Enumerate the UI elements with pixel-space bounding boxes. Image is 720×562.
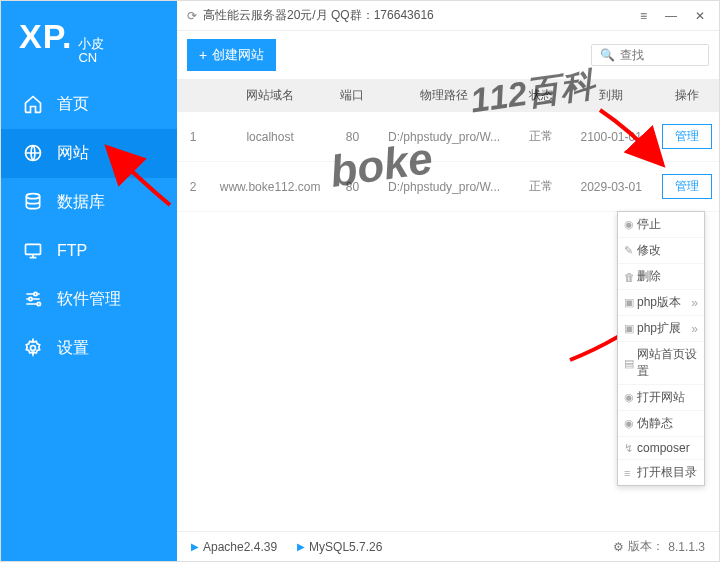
php-icon: ▣	[624, 296, 634, 309]
ctx-stop[interactable]: ◉停止	[618, 212, 704, 238]
search-box[interactable]: 🔍	[591, 44, 709, 66]
composer-icon: ↯	[624, 442, 634, 455]
statusbar: ▶Apache2.4.39 ▶MySQL5.7.26 ⚙ 版本：8.1.1.3	[177, 531, 719, 561]
play-icon: ▶	[191, 541, 199, 552]
database-icon	[23, 192, 43, 212]
gear-icon: ⚙	[613, 540, 624, 554]
gear-icon	[23, 338, 43, 358]
cell-idx: 2	[177, 162, 209, 212]
sidebar-item-ftp[interactable]: FTP	[1, 227, 177, 275]
stop-icon: ◉	[624, 218, 634, 231]
col-status: 状态	[514, 79, 568, 112]
ctx-opensite[interactable]: ◉打开网站	[618, 385, 704, 411]
logo-suffix: 小皮 CN	[78, 37, 104, 66]
table-row[interactable]: 1 localhost 80 D:/phpstudy_pro/W... 正常 2…	[177, 112, 719, 162]
sidebar-item-website[interactable]: 网站	[1, 129, 177, 178]
close-icon[interactable]: ✕	[691, 9, 709, 23]
sidebar-item-label: 数据库	[57, 192, 105, 213]
cell-expire: 2029-03-01	[568, 162, 654, 212]
version-display: ⚙ 版本：8.1.1.3	[613, 538, 705, 555]
site-table-wrap: 网站域名 端口 物理路径 状态 到期 操作 1 localhost 80 D:/…	[177, 79, 719, 531]
table-row[interactable]: 2 www.boke112.com 80 D:/phpstudy_pro/W..…	[177, 162, 719, 212]
col-domain: 网站域名	[209, 79, 331, 112]
logo-line2: CN	[78, 51, 104, 65]
context-menu: ◉停止 ✎修改 🗑删除 ▣php版本» ▣php扩展» ▤网站首页设置 ◉打开网…	[617, 211, 705, 486]
manage-button[interactable]: 管理	[662, 124, 712, 149]
window-controls: ≡ — ✕	[636, 9, 709, 23]
ctx-homepageset[interactable]: ▤网站首页设置	[618, 342, 704, 385]
service-apache[interactable]: ▶Apache2.4.39	[191, 540, 277, 554]
ctx-openroot[interactable]: ≡打开根目录	[618, 460, 704, 485]
chevron-right-icon: »	[691, 322, 698, 336]
ctx-rewrite[interactable]: ◉伪静态	[618, 411, 704, 437]
sidebar-item-label: 软件管理	[57, 289, 121, 310]
main-panel: ⟳ 高性能云服务器20元/月 QQ群：176643616 ≡ — ✕ 创建网站 …	[177, 1, 719, 561]
cell-status: 正常	[514, 112, 568, 162]
cell-expire: 2100-01-01	[568, 112, 654, 162]
rewrite-icon: ◉	[624, 417, 634, 430]
ctx-composer[interactable]: ↯composer	[618, 437, 704, 460]
search-icon: 🔍	[600, 48, 615, 62]
manage-button[interactable]: 管理	[662, 174, 712, 199]
monitor-icon	[23, 241, 43, 261]
sidebar-item-label: FTP	[57, 242, 87, 260]
cell-idx: 1	[177, 112, 209, 162]
new-site-label: 创建网站	[212, 46, 264, 64]
refresh-icon[interactable]: ⟳	[187, 9, 197, 23]
titlebar-text: 高性能云服务器20元/月 QQ群：176643616	[203, 7, 434, 24]
cell-status: 正常	[514, 162, 568, 212]
cell-port: 80	[331, 162, 374, 212]
app-window: XP. 小皮 CN 首页 网站 数据库	[0, 0, 720, 562]
play-icon: ▶	[297, 541, 305, 552]
titlebar: ⟳ 高性能云服务器20元/月 QQ群：176643616 ≡ — ✕	[177, 1, 719, 31]
svg-rect-2	[26, 244, 41, 254]
cell-path: D:/phpstudy_pro/W...	[374, 112, 514, 162]
sidebar-item-label: 设置	[57, 338, 89, 359]
ctx-phpext[interactable]: ▣php扩展»	[618, 316, 704, 342]
edit-icon: ✎	[624, 244, 634, 257]
col-index	[177, 79, 209, 112]
home-icon	[23, 94, 43, 114]
toolbar: 创建网站 🔍	[177, 31, 719, 79]
cell-port: 80	[331, 112, 374, 162]
cell-path: D:/phpstudy_pro/W...	[374, 162, 514, 212]
svg-point-3	[34, 292, 37, 295]
globe-icon	[23, 143, 43, 163]
new-site-button[interactable]: 创建网站	[187, 39, 276, 71]
svg-point-1	[26, 194, 39, 199]
svg-point-6	[31, 346, 36, 351]
sidebar-item-settings[interactable]: 设置	[1, 324, 177, 373]
sidebar: XP. 小皮 CN 首页 网站 数据库	[1, 1, 177, 561]
page-icon: ▤	[624, 357, 634, 370]
cell-domain: localhost	[209, 112, 331, 162]
svg-point-4	[29, 297, 32, 300]
service-mysql[interactable]: ▶MySQL5.7.26	[297, 540, 382, 554]
logo-line1: 小皮	[78, 37, 104, 51]
chevron-right-icon: »	[691, 296, 698, 310]
sidebar-item-label: 网站	[57, 143, 89, 164]
sidebar-item-database[interactable]: 数据库	[1, 178, 177, 227]
ctx-edit[interactable]: ✎修改	[618, 238, 704, 264]
ctx-delete[interactable]: 🗑删除	[618, 264, 704, 290]
ctx-phpver[interactable]: ▣php版本»	[618, 290, 704, 316]
sidebar-item-software[interactable]: 软件管理	[1, 275, 177, 324]
svg-point-5	[37, 302, 40, 305]
open-icon: ◉	[624, 391, 634, 404]
col-action: 操作	[654, 79, 719, 112]
ext-icon: ▣	[624, 322, 634, 335]
search-input[interactable]	[620, 48, 700, 62]
menu-icon[interactable]: ≡	[636, 9, 651, 23]
sidebar-item-home[interactable]: 首页	[1, 80, 177, 129]
trash-icon: 🗑	[624, 271, 634, 283]
logo-prefix: XP.	[19, 17, 72, 56]
logo: XP. 小皮 CN	[1, 1, 177, 80]
col-expire: 到期	[568, 79, 654, 112]
col-path: 物理路径	[374, 79, 514, 112]
cell-domain: www.boke112.com	[209, 162, 331, 212]
col-port: 端口	[331, 79, 374, 112]
folder-icon: ≡	[624, 467, 634, 479]
minimize-icon[interactable]: —	[661, 9, 681, 23]
sidebar-item-label: 首页	[57, 94, 89, 115]
site-table: 网站域名 端口 物理路径 状态 到期 操作 1 localhost 80 D:/…	[177, 79, 719, 212]
sliders-icon	[23, 289, 43, 309]
